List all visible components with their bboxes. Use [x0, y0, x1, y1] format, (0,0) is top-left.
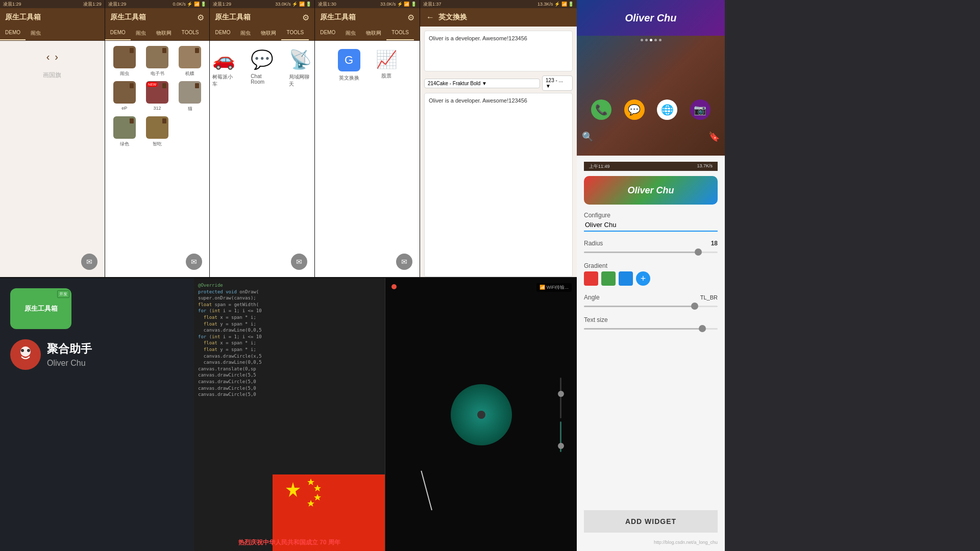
- output-area: Oliver is a developer. Awesome!123456: [424, 93, 573, 277]
- bookmark-icon[interactable]: 🔖: [708, 131, 720, 142]
- translate-icon: G: [338, 49, 360, 71]
- android-search-bar: 🔍 🔖: [577, 129, 725, 144]
- lower-status-bar: 上午11:49 13.7K/s: [584, 162, 718, 171]
- music-needle: [421, 470, 432, 510]
- list-item[interactable]: 📈 股票: [376, 49, 397, 82]
- tab-demo-3[interactable]: DEMO: [210, 27, 235, 40]
- tab-chong-4[interactable]: 闹虫: [340, 27, 361, 40]
- tab-tools-2[interactable]: TOOLS: [177, 27, 204, 40]
- draw-label: 画国旗: [43, 71, 61, 80]
- list-item[interactable]: eP: [110, 81, 139, 112]
- gear-icon-2[interactable]: ⚙: [197, 13, 204, 22]
- arrow-nav[interactable]: ‹ ›: [46, 51, 58, 63]
- list-item[interactable]: 📡 局域网聊天: [289, 49, 312, 88]
- float-btn-2[interactable]: ✉: [186, 254, 202, 270]
- juhe-section: 聚合助手 Oliver Chu: [10, 339, 184, 370]
- search-icon[interactable]: 🔍: [582, 131, 593, 142]
- tab-bar-1[interactable]: DEMO 闹虫: [0, 27, 105, 41]
- tab-demo-2[interactable]: DEMO: [105, 27, 131, 40]
- list-item[interactable]: 智吃: [143, 116, 172, 147]
- tab-chong-1[interactable]: 闹虫: [26, 27, 46, 40]
- chat-room-label: Chat Room: [251, 73, 274, 85]
- tab-iot-4[interactable]: 物联网: [361, 27, 386, 40]
- font-dropdown[interactable]: 214Cake - Fraktur Bold ▼: [424, 79, 540, 88]
- open-badge: 开发: [57, 290, 69, 298]
- add-color-button[interactable]: +: [636, 271, 650, 286]
- tab-bar-4[interactable]: DEMO 闹虫 物联网 TOOLS: [315, 27, 420, 41]
- text-size-slider[interactable]: [584, 323, 718, 334]
- android-app-icons: 📞 💬 🌐 📷: [577, 95, 725, 124]
- angle-slider[interactable]: [584, 301, 718, 311]
- avatar: [10, 339, 41, 370]
- color-swatch-blue[interactable]: [619, 271, 633, 286]
- font-selector: 214Cake - Fraktur Bold ▼ 123 - ... ▼: [424, 76, 573, 91]
- icons-grid-2: 闹虫 电子书 机蝶 eP: [105, 41, 210, 153]
- android-dots: [577, 36, 725, 44]
- wifi-badge: 📶 WiFi传输...: [536, 283, 572, 292]
- tab-tools-4[interactable]: TOOLS: [386, 27, 414, 40]
- radius-slider[interactable]: [584, 247, 718, 257]
- chat-icon: 💬: [251, 49, 274, 70]
- gear-icon-3[interactable]: ⚙: [302, 13, 309, 22]
- android-dot-active: [650, 39, 652, 41]
- phone-app-icon[interactable]: 📞: [591, 99, 611, 120]
- back-arrow-icon[interactable]: ←: [426, 13, 434, 22]
- right-panel: Oliver Chu 📞 💬 🌐 📷 🔍 🔖: [577, 0, 725, 551]
- status-bar-3: 凌晨1:29 33.0K/s ⚡ 📶 🔋: [210, 0, 314, 8]
- color-swatch-green[interactable]: [601, 271, 616, 286]
- add-widget-button[interactable]: ADD WIDGET: [584, 510, 718, 533]
- list-item[interactable]: 猫: [176, 81, 204, 112]
- float-btn-3[interactable]: ✉: [291, 254, 307, 270]
- message-app-icon[interactable]: 💬: [624, 99, 645, 120]
- chrome-app-icon[interactable]: 🌐: [657, 99, 677, 120]
- camera-app-icon[interactable]: 📷: [690, 99, 710, 120]
- tab-iot-3[interactable]: 物联网: [256, 27, 281, 40]
- list-item[interactable]: 机蝶: [176, 46, 204, 77]
- android-dot: [659, 39, 662, 41]
- tab-demo-1[interactable]: DEMO: [0, 27, 26, 40]
- text-input-area[interactable]: Oliver is a developer. Awesome!123456: [424, 31, 573, 71]
- badge: NEW: [147, 82, 157, 87]
- tab-tools-3[interactable]: TOOLS: [281, 27, 309, 40]
- phone-screen-5: 凌晨1:37 13.3K/s ⚡ 📶 🔋 ← 英文換换 Oliver is a …: [420, 0, 577, 277]
- list-item[interactable]: 🚗 树莓派小车: [212, 49, 235, 88]
- gear-icon-4[interactable]: ⚙: [407, 13, 414, 22]
- configure-section: Configure: [584, 210, 718, 232]
- float-btn-1[interactable]: ✉: [81, 254, 97, 270]
- tab-bar-2[interactable]: DEMO 闹虫 物联网 TOOLS: [105, 27, 210, 41]
- code-panel: @Override protected void onDraw( super.o…: [194, 278, 385, 551]
- list-item[interactable]: 闹虫: [110, 46, 139, 77]
- right-arrow-icon[interactable]: ›: [55, 51, 58, 63]
- english-content: Oliver is a developer. Awesome!123456 21…: [420, 27, 577, 277]
- english-header: ← 英文換换: [420, 8, 577, 27]
- list-item[interactable]: 绿色: [110, 116, 139, 147]
- phone-screen-3: 凌晨1:29 33.0K/s ⚡ 📶 🔋 原生工具箱 ⚙ DEMO 闹虫 物联网…: [210, 0, 315, 277]
- volume-slider[interactable]: [560, 378, 561, 452]
- list-item[interactable]: 电子书: [143, 46, 172, 77]
- list-item[interactable]: G 英文换换: [338, 49, 360, 82]
- list-item[interactable]: 💬 Chat Room: [251, 49, 274, 88]
- size-dropdown[interactable]: 123 - ... ▼: [542, 76, 573, 91]
- status-bar-5: 凌晨1:37 13.3K/s ⚡ 📶 🔋: [420, 0, 577, 8]
- tools-grid-3: 🚗 树莓派小车 💬 Chat Room 📡 局域网聊天: [210, 41, 314, 96]
- tab-demo-4[interactable]: DEMO: [315, 27, 340, 40]
- list-item[interactable]: NEW 312: [143, 81, 172, 112]
- svg-point-3: [27, 349, 30, 352]
- widget-display: Oliver Chu: [584, 176, 718, 205]
- disc-center: [477, 411, 485, 419]
- status-bar-2: 凌晨1:29 0.0K/s ⚡ 📶 🔋: [105, 0, 210, 8]
- tab-chong-3[interactable]: 闹虫: [235, 27, 256, 40]
- tab-bar-3[interactable]: DEMO 闹虫 物联网 TOOLS: [210, 27, 314, 41]
- video-panel: 📶 WiFi传输...: [385, 278, 577, 551]
- angle-section: Angle TL_BR: [584, 291, 718, 311]
- car-icon: 🚗: [212, 49, 235, 70]
- configure-input[interactable]: [584, 219, 718, 232]
- avatar-svg: [13, 342, 38, 367]
- tab-chong-2[interactable]: 闹虫: [131, 27, 151, 40]
- left-arrow-icon[interactable]: ‹: [46, 51, 50, 63]
- configure-label: Configure: [584, 212, 718, 219]
- code-content: @Override protected void onDraw( super.o…: [194, 278, 385, 402]
- float-btn-4[interactable]: ✉: [396, 254, 412, 270]
- tab-iot-2[interactable]: 物联网: [151, 27, 177, 40]
- color-swatch-red[interactable]: [584, 271, 598, 286]
